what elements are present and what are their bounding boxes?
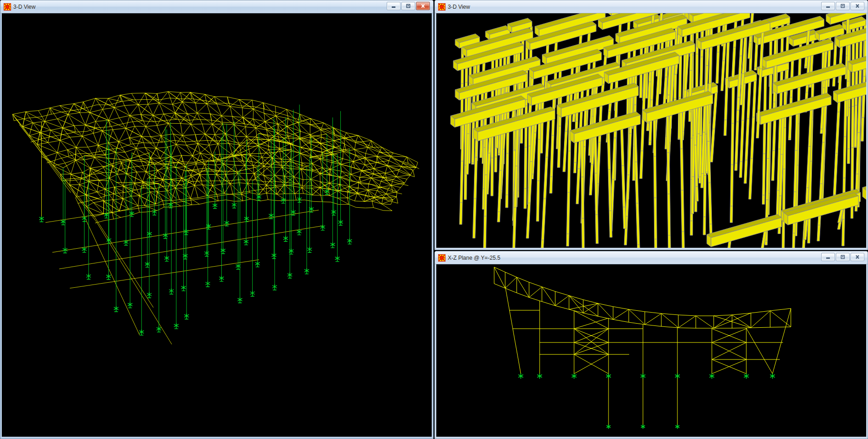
minimize-button[interactable] [821, 2, 835, 10]
restore-icon [840, 4, 846, 8]
restore-icon [405, 4, 411, 8]
minimize-button[interactable] [821, 253, 835, 261]
minimize-icon [825, 255, 831, 259]
titlebar[interactable]: 3-D View [0, 0, 433, 13]
close-button[interactable] [416, 2, 430, 10]
window-title: 3-D View [448, 4, 470, 10]
app-icon[interactable] [438, 3, 445, 11]
window-xz-plane-view: X-Z Plane @ Y=-25.5 [434, 251, 868, 439]
titlebar[interactable]: 3-D View [435, 0, 868, 13]
minimize-icon [825, 4, 831, 8]
viewport-container [436, 264, 866, 436]
window-3d-view-extruded: 3-D View [434, 0, 868, 250]
restore-button[interactable] [401, 2, 415, 10]
xz-plane-viewport[interactable] [436, 264, 866, 437]
extruded-3d-viewport[interactable] [436, 13, 866, 248]
minimize-icon [390, 4, 397, 8]
close-icon [420, 4, 426, 8]
close-button[interactable] [851, 253, 864, 261]
window-3d-view-wireframe: 3-D View [0, 0, 434, 439]
close-icon [854, 4, 861, 8]
restore-button[interactable] [836, 253, 850, 261]
wireframe-3d-viewport[interactable] [2, 13, 432, 437]
close-icon [854, 255, 861, 259]
viewport-container [436, 13, 866, 247]
viewport-container [2, 13, 432, 436]
close-button[interactable] [851, 2, 864, 10]
restore-icon [840, 255, 846, 259]
restore-button[interactable] [836, 2, 850, 10]
minimize-button[interactable] [387, 2, 400, 10]
app-icon[interactable] [4, 3, 11, 11]
window-title: 3-D View [13, 4, 35, 10]
titlebar[interactable]: X-Z Plane @ Y=-25.5 [435, 251, 868, 264]
window-title: X-Z Plane @ Y=-25.5 [448, 255, 500, 261]
app-icon[interactable] [438, 254, 445, 262]
